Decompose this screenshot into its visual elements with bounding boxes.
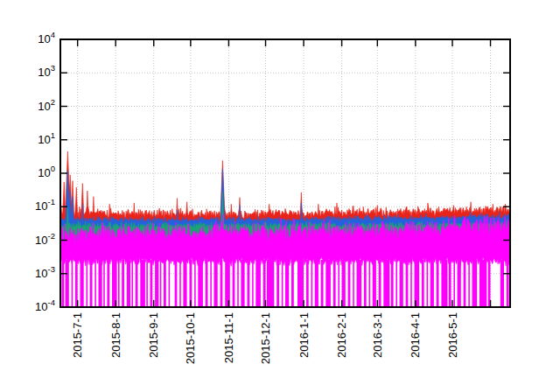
- dropout-bar: [241, 260, 244, 307]
- dropout-bar: [333, 260, 336, 307]
- dropout-bar: [150, 260, 153, 307]
- dropout-bar: [256, 260, 261, 307]
- dropout-bar: [500, 260, 504, 307]
- dropout-bar: [472, 260, 478, 307]
- dropout-bar: [160, 260, 162, 307]
- dropout-bar: [118, 260, 120, 307]
- dropout-bar: [169, 260, 171, 307]
- dropout-bar: [369, 260, 371, 307]
- dropout-bar: [94, 260, 96, 307]
- dropout-bar: [72, 260, 74, 307]
- dropout-bar: [410, 260, 412, 307]
- dropout-bar: [306, 260, 309, 307]
- dropout-bar: [233, 260, 235, 307]
- dropout-bar: [285, 260, 289, 307]
- dropout-bar: [282, 260, 284, 307]
- dropout-bar: [441, 260, 447, 307]
- x-tick-label: 2016-4-1: [409, 312, 422, 358]
- x-tick-label: 2015-9-1: [147, 312, 160, 358]
- dropout-bar: [383, 260, 389, 307]
- dropout-bar: [267, 260, 274, 307]
- dropout-bar: [338, 260, 340, 307]
- dropout-bar: [198, 260, 203, 307]
- x-tick-label: 2015-8-1: [109, 312, 122, 358]
- dropout-bar: [103, 260, 105, 307]
- dropout-bar: [175, 260, 178, 307]
- dropout-bar: [321, 260, 324, 307]
- dropout-bar: [220, 260, 223, 307]
- dropout-bar: [132, 260, 134, 307]
- dropout-bar: [146, 260, 148, 307]
- dropout-bar: [427, 260, 429, 307]
- dropout-bars: [61, 260, 508, 307]
- dropout-bar: [480, 260, 486, 307]
- dropout-bar: [353, 260, 354, 307]
- x-tick-label: 2016-3-1: [371, 312, 384, 358]
- dropout-bar: [179, 260, 181, 307]
- x-tick-label: 2015-12-1: [259, 312, 272, 364]
- dropout-bar: [107, 260, 109, 307]
- x-tick-label: 2016-2-1: [335, 312, 348, 358]
- chart-canvas: 10410310210110010-110-210-310-42015-7-12…: [0, 0, 560, 392]
- dropout-bar: [357, 260, 362, 307]
- dropout-bar: [326, 260, 331, 307]
- dropout-bar: [75, 260, 78, 307]
- dropout-bar: [391, 260, 394, 307]
- dropout-bar: [136, 260, 138, 307]
- dropout-bar: [458, 260, 461, 307]
- dropout-bar: [415, 260, 420, 307]
- dropout-bar: [422, 260, 424, 307]
- y-tick-labels: 10410310210110010-110-210-310-4: [35, 30, 55, 313]
- dropout-bar: [298, 260, 304, 307]
- dropout-bar: [66, 260, 69, 307]
- dropout-bar: [80, 260, 84, 307]
- dropout-bar: [291, 260, 294, 307]
- plot-window: /data/run/goesPlots/archive/2016-06-15/f…: [0, 0, 560, 392]
- dropout-bar: [194, 260, 196, 307]
- dropout-bar: [449, 260, 452, 307]
- x-tick-label: 2016-5-1: [446, 312, 459, 358]
- dropout-bar: [373, 260, 376, 307]
- dropout-bar: [263, 260, 266, 307]
- x-tick-label: 2015-10-1: [184, 312, 197, 364]
- dropout-bar: [183, 260, 186, 307]
- dropout-bar: [364, 260, 367, 307]
- dropout-bar: [164, 260, 166, 307]
- dropout-bar: [342, 260, 346, 307]
- dropout-bar: [312, 260, 313, 307]
- dropout-bar: [112, 260, 117, 307]
- dropout-bar: [468, 260, 470, 307]
- dropout-bar: [122, 260, 124, 307]
- dropout-bar: [127, 260, 130, 307]
- dropout-bar: [437, 260, 439, 307]
- dropout-bar: [155, 260, 158, 307]
- dropout-bar: [315, 260, 318, 307]
- dropout-bar: [464, 260, 466, 307]
- x-tick-label: 2016-1-1: [298, 312, 311, 358]
- dropout-bar: [61, 260, 64, 307]
- dropout-bar: [252, 260, 254, 307]
- dropout-bar: [406, 260, 409, 307]
- dropout-bar: [488, 260, 491, 307]
- x-tick-label: 2015-11-1: [222, 312, 235, 363]
- dropout-bar: [87, 260, 88, 307]
- dropout-bar: [248, 260, 250, 307]
- dropout-bar: [225, 260, 230, 307]
- dropout-bar: [206, 260, 208, 307]
- dropout-bar: [379, 260, 382, 307]
- dropout-bar: [237, 260, 239, 307]
- dropout-bar: [430, 260, 434, 307]
- dropout-bar: [400, 260, 403, 307]
- dropout-bar: [453, 260, 455, 307]
- dropout-bar: [276, 260, 279, 307]
- dropout-bar: [348, 260, 351, 307]
- dropout-bar: [99, 260, 102, 307]
- x-tick-label: 2015-7-1: [71, 312, 84, 358]
- dropout-bar: [396, 260, 397, 307]
- dropout-bar: [507, 260, 509, 307]
- dropout-bar: [214, 260, 218, 307]
- dropout-bar: [90, 260, 93, 307]
- dropout-bar: [140, 260, 145, 307]
- dropout-bar: [210, 260, 212, 307]
- dropout-bar: [190, 260, 192, 307]
